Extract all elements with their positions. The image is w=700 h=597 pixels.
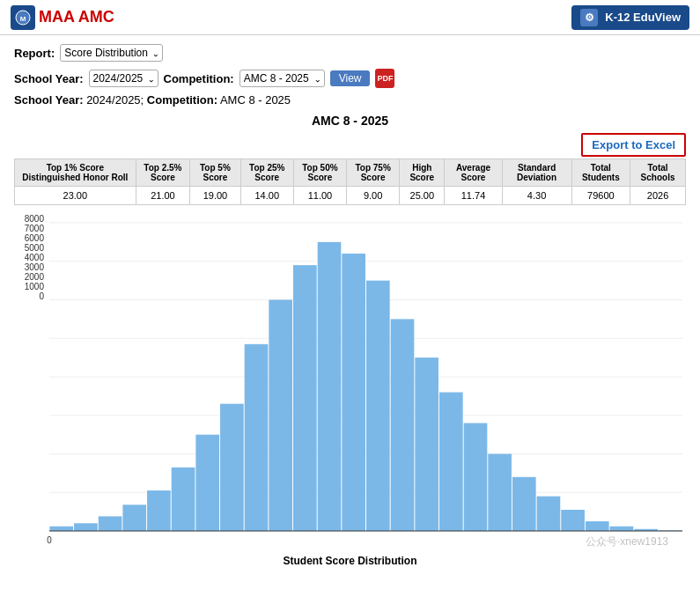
table-title: AMC 8 - 2025 bbox=[14, 114, 686, 128]
col-top5: Top 5% Score bbox=[190, 159, 240, 187]
svg-rect-26 bbox=[415, 357, 438, 531]
report-label: Report: bbox=[14, 47, 55, 60]
watermark: 公众号·xnew1913 bbox=[586, 534, 668, 549]
report-select-wrapper[interactable]: Score Distribution bbox=[60, 44, 163, 62]
svg-rect-12 bbox=[74, 523, 98, 531]
svg-rect-18 bbox=[220, 404, 244, 531]
main-content: Report: Score Distribution School Year: … bbox=[0, 35, 700, 576]
stats-table: Top 1% Score Distinguished Honor Roll To… bbox=[14, 158, 686, 205]
col-top75: Top 75% Score bbox=[347, 159, 400, 187]
table-cell-8: 4.30 bbox=[502, 187, 571, 205]
app-title-badge: ⚙ K-12 EduView bbox=[571, 5, 689, 30]
col-high: High Score bbox=[400, 159, 445, 187]
table-cell-9: 79600 bbox=[571, 187, 630, 205]
y-label: 0 bbox=[39, 291, 44, 301]
svg-rect-34 bbox=[610, 527, 634, 531]
table-row: 23.0021.0019.0014.0011.009.0025.0011.744… bbox=[15, 187, 686, 205]
competition-label: Competition: bbox=[164, 72, 234, 85]
col-schools: Total Schools bbox=[630, 159, 686, 187]
table-cell-4: 11.00 bbox=[293, 187, 346, 205]
y-label: 1000 bbox=[25, 282, 44, 291]
svg-rect-19 bbox=[245, 344, 269, 531]
svg-rect-17 bbox=[195, 435, 219, 531]
svg-rect-16 bbox=[172, 468, 195, 531]
pdf-icon[interactable]: PDF bbox=[375, 69, 394, 88]
svg-rect-11 bbox=[49, 527, 73, 531]
gear-icon: ⚙ bbox=[580, 9, 598, 26]
maa-logo-icon: M bbox=[11, 5, 35, 30]
y-label: 4000 bbox=[25, 253, 44, 262]
chart-title: Student Score Distribution bbox=[14, 555, 686, 567]
col-top2_5: Top 2.5% Score bbox=[136, 159, 190, 187]
school-year-row: School Year: 2024/2025 Competition: AMC … bbox=[14, 69, 686, 88]
svg-rect-13 bbox=[99, 516, 122, 531]
table-cell-5: 9.00 bbox=[347, 187, 400, 205]
svg-rect-21 bbox=[293, 265, 317, 531]
chart-container: 800070006000500040003000200010000 0 Stud… bbox=[14, 214, 686, 567]
svg-rect-28 bbox=[464, 424, 488, 532]
competition-select-wrapper[interactable]: AMC 8 - 2025 bbox=[239, 70, 325, 87]
svg-rect-14 bbox=[122, 505, 146, 531]
table-cell-3: 14.00 bbox=[240, 187, 293, 205]
y-label: 6000 bbox=[25, 233, 44, 243]
report-row: Report: Score Distribution bbox=[14, 44, 686, 62]
view-button[interactable]: View bbox=[330, 70, 371, 86]
school-year-static: School Year: 2024/2025; Competition: AMC… bbox=[14, 93, 686, 107]
app-header: M MAA AMC ⚙ K-12 EduView bbox=[0, 0, 700, 35]
svg-rect-25 bbox=[391, 319, 415, 531]
histogram-svg: 0 bbox=[46, 214, 686, 549]
table-cell-0: 23.00 bbox=[15, 187, 136, 205]
competition-select[interactable]: AMC 8 - 2025 bbox=[239, 70, 325, 87]
school-year-static-text: 2024/2025; Competition: AMC 8 - 2025 bbox=[86, 93, 291, 107]
y-label: 2000 bbox=[25, 272, 44, 282]
svg-rect-24 bbox=[366, 281, 390, 531]
app-title: K-12 EduView bbox=[605, 11, 681, 24]
school-year-select[interactable]: 2024/2025 bbox=[89, 70, 158, 87]
table-cell-7: 11.74 bbox=[445, 187, 502, 205]
svg-rect-33 bbox=[586, 521, 609, 531]
y-label: 3000 bbox=[25, 262, 44, 272]
col-std: Standard Deviation bbox=[502, 159, 571, 187]
y-label: 7000 bbox=[25, 224, 44, 233]
export-to-excel-button[interactable]: Export to Excel bbox=[581, 133, 686, 157]
table-cell-2: 19.00 bbox=[190, 187, 240, 205]
col-top25: Top 25% Score bbox=[240, 159, 293, 187]
table-cell-1: 21.00 bbox=[136, 187, 190, 205]
svg-rect-29 bbox=[488, 454, 512, 532]
export-row: Export to Excel bbox=[14, 133, 686, 157]
col-students: Total Students bbox=[571, 159, 630, 187]
y-axis-labels: 800070006000500040003000200010000 bbox=[14, 214, 46, 301]
svg-text:0: 0 bbox=[47, 535, 52, 545]
svg-rect-15 bbox=[147, 490, 171, 531]
col-avg: Average Score bbox=[445, 159, 502, 187]
svg-rect-27 bbox=[439, 393, 463, 532]
svg-rect-22 bbox=[318, 242, 342, 531]
table-section: AMC 8 - 2025 Export to Excel Top 1% Scor… bbox=[14, 114, 686, 205]
svg-rect-32 bbox=[561, 510, 585, 531]
col-top50: Top 50% Score bbox=[293, 159, 346, 187]
svg-rect-20 bbox=[269, 300, 292, 532]
svg-rect-23 bbox=[342, 254, 365, 531]
table-header-row: Top 1% Score Distinguished Honor Roll To… bbox=[15, 159, 686, 187]
y-label: 5000 bbox=[25, 243, 44, 253]
svg-rect-30 bbox=[512, 477, 536, 531]
chart-wrap: 800070006000500040003000200010000 0 bbox=[14, 214, 686, 551]
svg-rect-31 bbox=[537, 497, 561, 531]
school-year-select-wrapper[interactable]: 2024/2025 bbox=[89, 70, 158, 87]
chart-area: 0 bbox=[46, 214, 686, 551]
report-select[interactable]: Score Distribution bbox=[60, 44, 163, 62]
table-cell-6: 25.00 bbox=[400, 187, 445, 205]
svg-text:M: M bbox=[20, 15, 26, 23]
y-label: 8000 bbox=[25, 214, 44, 224]
table-cell-10: 2026 bbox=[630, 187, 686, 205]
school-year-label: School Year: bbox=[14, 72, 84, 85]
col-top1: Top 1% Score Distinguished Honor Roll bbox=[15, 159, 136, 187]
logo: M MAA AMC bbox=[11, 5, 114, 30]
logo-text: MAA AMC bbox=[39, 8, 114, 26]
